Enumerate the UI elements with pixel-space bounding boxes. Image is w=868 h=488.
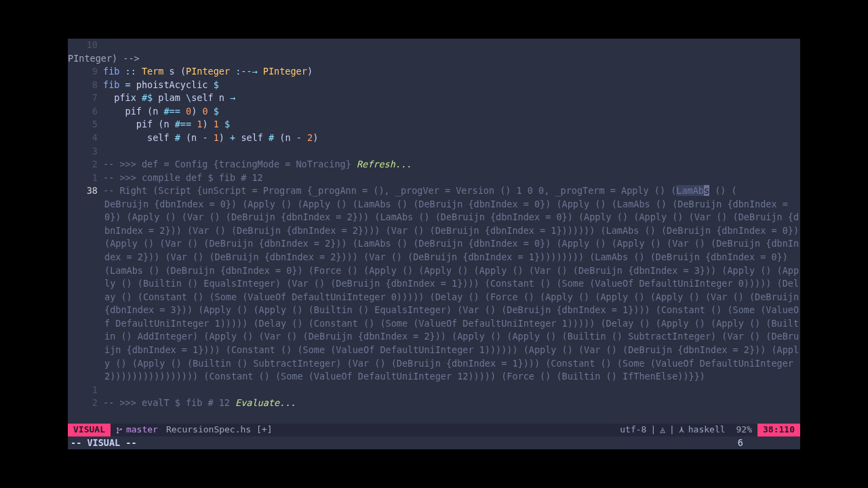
number: 2 — [307, 132, 313, 143]
paren: ) — [307, 66, 313, 77]
operator: = — [125, 79, 131, 90]
svg-point-1 — [117, 431, 119, 433]
comment-output-wrapped[interactable]: DeBruijn {dbnIndex = 0}) (Apply () (Appl… — [68, 198, 800, 384]
code-line-current[interactable]: 38 -- Right (Script {unScript = Program … — [68, 184, 800, 198]
line-number: 7 — [71, 92, 103, 105]
code-line[interactable]: 9 fib :: Term s (PInteger :--→ PInteger) — [68, 65, 800, 79]
command-line[interactable]: -- VISUAL -- 6 — [68, 436, 800, 449]
branch-icon — [116, 426, 123, 434]
selection-count: 6 — [738, 436, 797, 449]
comment: -- >>> — [103, 172, 142, 183]
code-line[interactable]: 2 -- >>> evalT $ fib # 12 Evaluate... — [68, 396, 800, 410]
code-line[interactable]: 5 pif (n #== 1) 1 $ — [68, 118, 800, 131]
line-number: 5 — [71, 118, 103, 131]
code-area[interactable]: 10 PInteger) --> 9 fib :: Term s (PInteg… — [68, 39, 800, 410]
cursor-position: 38:110 — [757, 424, 800, 436]
status-line: VISUAL master RecursionSpec.hs [+] utf-8… — [68, 424, 800, 436]
branch-name: master — [126, 424, 158, 436]
code-line[interactable]: 3 — [68, 145, 800, 159]
line-number: 2 — [71, 396, 103, 410]
os-icon: ◬ — [660, 424, 665, 436]
code-line[interactable]: 1 — [68, 384, 800, 397]
identifier: fib — [103, 66, 119, 77]
operator: #$ — [142, 92, 153, 103]
svg-point-0 — [117, 427, 119, 429]
code-line[interactable]: 6 pif (n #== 0) 0 $ — [68, 105, 800, 119]
identifier: fib — [103, 79, 119, 90]
line-number: 3 — [71, 145, 103, 159]
encoding: utf-8 — [620, 424, 646, 436]
identifier: pif — [136, 119, 153, 129]
code-line[interactable]: 4 self # (n - 1) + self # (n - 2) — [68, 131, 800, 145]
line-number: 8 — [71, 79, 103, 92]
comment-output: -- Right (Script {unScript = Program {_p… — [103, 185, 676, 196]
type: PInteger — [263, 66, 307, 77]
mode-message: -- VISUAL -- — [71, 436, 137, 449]
line-number: 9 — [71, 65, 103, 79]
code-line[interactable]: 7 pfix #$ plam \self n → — [68, 92, 800, 105]
operator: :--→ — [235, 66, 258, 77]
identifier: n — [219, 92, 224, 103]
line-number-current: 38 — [71, 184, 103, 198]
comment: -- >>> — [103, 397, 142, 408]
identifier: s — [170, 66, 175, 77]
code-lens-refresh[interactable]: Refresh... — [357, 159, 412, 169]
filetype: haskell — [688, 424, 726, 436]
paren: ( — [180, 66, 186, 77]
number: 0 — [202, 106, 208, 117]
lambda: \ — [186, 92, 191, 103]
editor-viewport[interactable]: 10 PInteger) --> 9 fib :: Term s (PInteg… — [68, 39, 800, 449]
identifier: phoistAcyclic — [136, 79, 208, 90]
identifier: self — [191, 92, 214, 103]
line-number: 2 — [71, 158, 103, 171]
type: Term — [142, 66, 164, 77]
line-number: 1 — [71, 171, 103, 185]
operator: $ — [214, 79, 219, 90]
type: PInteger — [186, 66, 230, 77]
line-number: 10 — [71, 39, 103, 52]
identifier: pfix — [114, 92, 136, 103]
number: 1 — [214, 132, 219, 143]
haskell-icon: ⋏ — [679, 424, 684, 436]
code-line[interactable]: 10 — [68, 39, 800, 52]
code-lens-evaluate[interactable]: Evaluate... — [235, 397, 296, 408]
code-line[interactable]: 8 fib = phoistAcyclic $ — [68, 79, 800, 92]
line-number: 6 — [71, 105, 103, 119]
status-right: utf-8 | ◬ | ⋏ haskell — [614, 424, 730, 436]
mode-indicator: VISUAL — [68, 424, 111, 436]
scroll-percent: 92% — [731, 424, 757, 436]
identifier: pif — [125, 106, 142, 117]
arrow: → — [230, 92, 235, 103]
code-line[interactable]: 1 -- >>> compile def $ fib # 12 — [68, 171, 800, 185]
visual-selection: LamAb — [676, 185, 704, 196]
code-line[interactable]: 2 -- >>> def = Config {tracingMode = NoT… — [68, 158, 800, 171]
identifier: plam — [158, 92, 180, 103]
operator: :: — [125, 66, 136, 77]
file-name: RecursionSpec.hs [+] — [163, 424, 275, 436]
number: 0 — [186, 106, 191, 117]
comment: -- >>> — [103, 159, 142, 169]
git-branch: master — [111, 424, 163, 436]
cursor: s — [704, 185, 709, 196]
line-number: 1 — [71, 384, 103, 397]
number: 1 — [214, 119, 219, 129]
line-number: 4 — [71, 131, 103, 145]
